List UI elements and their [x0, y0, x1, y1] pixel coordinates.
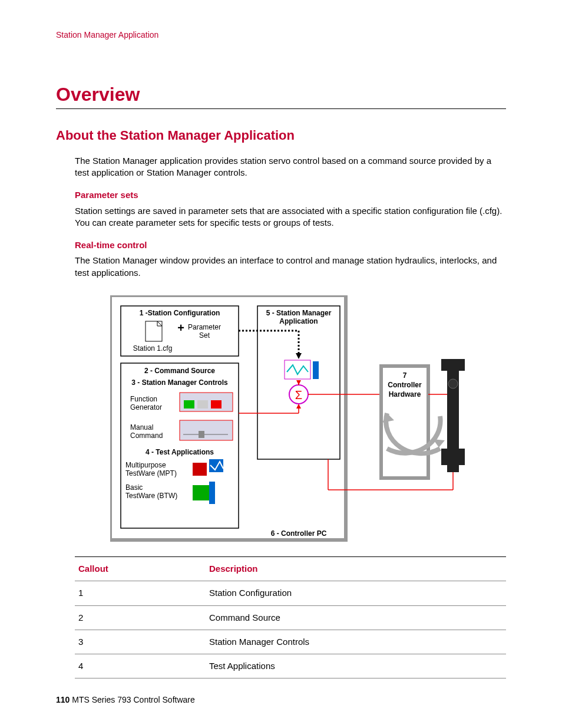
diagram-label: 4 - Test Applications — [146, 448, 214, 456]
svg-rect-6 — [184, 400, 194, 409]
svg-rect-4 — [121, 363, 239, 528]
diagram-label: 6 - Controller PC — [271, 529, 327, 538]
diagram-label: TestWare (BTW) — [125, 492, 177, 500]
svg-marker-19 — [296, 353, 302, 359]
table-header: Callout — [75, 557, 206, 581]
sigma-icon: Σ — [295, 388, 302, 401]
diagram-label: TestWare (MPT) — [125, 469, 177, 477]
diagram-label: Basic — [125, 483, 143, 492]
svg-rect-8 — [211, 400, 222, 409]
svg-rect-9 — [180, 420, 233, 440]
cell: 4 — [75, 654, 206, 678]
table-header: Description — [206, 557, 506, 581]
diagram-label: 3 - Station Manager Controls — [131, 378, 228, 387]
minor-heading-parameter-sets: Parameter sets — [75, 189, 506, 201]
table-row: 1 Station Configuration — [75, 581, 506, 605]
section-heading: About the Station Manager Application — [56, 127, 506, 144]
paragraph: The Station Manager window provides an i… — [75, 255, 506, 279]
table-row: 2 Command Source — [75, 605, 506, 630]
table-row: 4 Test Applications — [75, 654, 506, 678]
diagram-label: Parameter — [188, 323, 221, 331]
intro-paragraph: The Station Manager application provides… — [75, 155, 506, 179]
diagram-label: Set — [199, 331, 210, 340]
diagram-label: Application — [279, 317, 318, 325]
callout-table: Callout Description 1 Station Configurat… — [75, 556, 506, 678]
svg-rect-15 — [209, 482, 215, 504]
page-title: Overview — [56, 82, 506, 109]
svg-rect-14 — [193, 485, 211, 500]
svg-text:+: + — [177, 321, 184, 334]
paragraph: Station settings are saved in parameter … — [75, 205, 506, 229]
cell: Station Configuration — [206, 581, 506, 605]
diagram-label: Function — [130, 395, 157, 403]
diagram-label: Generator — [130, 403, 162, 411]
cell: 3 — [75, 630, 206, 654]
svg-rect-21 — [313, 361, 319, 379]
diagram-label: 2 - Command Source — [144, 367, 215, 375]
svg-marker-31 — [433, 439, 445, 447]
cell: 1 — [75, 581, 206, 605]
svg-marker-27 — [296, 404, 301, 409]
page-footer: 110 MTS Series 793 Control Software — [56, 694, 195, 702]
svg-rect-7 — [197, 400, 208, 409]
svg-rect-12 — [193, 463, 207, 476]
diagram-label: Hardware — [389, 390, 421, 398]
cell: Station Manager Controls — [206, 630, 506, 654]
footer-title: MTS Series 793 Control Software — [72, 695, 195, 702]
diagram-label: 5 - Station Manager — [266, 309, 332, 317]
cell: 2 — [75, 605, 206, 630]
cell: Command Source — [206, 605, 506, 630]
cell: Test Applications — [206, 654, 506, 678]
svg-rect-11 — [199, 431, 204, 438]
architecture-diagram: 1 -Station Configuration Station 1.cfg +… — [110, 295, 506, 546]
diagram-label: Station 1.cfg — [133, 344, 173, 353]
running-header: Station Manager Application — [56, 29, 506, 41]
table-row: 3 Station Manager Controls — [75, 630, 506, 654]
svg-rect-34 — [441, 449, 465, 465]
diagram-label: Controller — [388, 381, 422, 389]
svg-marker-24 — [296, 380, 301, 385]
minor-heading-realtime: Real-time control — [75, 239, 506, 251]
diagram-label: 1 -Station Configuration — [140, 309, 220, 317]
svg-point-35 — [448, 379, 458, 388]
page-number: 110 — [56, 695, 70, 702]
diagram-label: Manual — [130, 423, 153, 431]
svg-rect-33 — [441, 359, 465, 371]
diagram-label: Command — [130, 431, 163, 440]
diagram-label: Multipurpose — [125, 461, 166, 469]
diagram-label: 7 — [403, 371, 407, 380]
